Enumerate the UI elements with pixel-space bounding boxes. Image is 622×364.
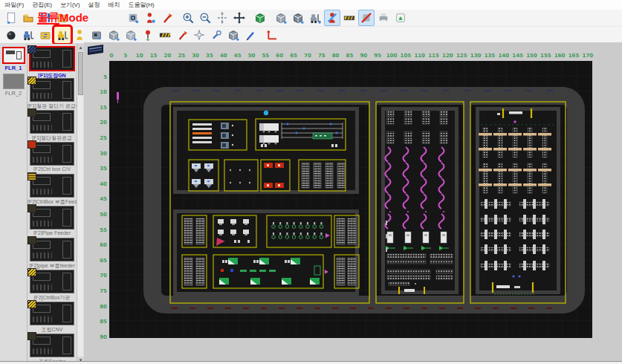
barrier-icon[interactable] <box>341 10 357 26</box>
svg-text:75: 75 <box>318 53 325 59</box>
svg-text:65: 65 <box>100 258 107 264</box>
view-item-0[interactable]: [F1]도장GN <box>27 46 77 78</box>
menu-item-4[interactable]: 배치 <box>108 1 120 9</box>
view-badge-icon <box>27 108 36 117</box>
open-folder-icon[interactable] <box>20 10 36 26</box>
view-item-7[interactable]: [F2]CtrlBox가공 <box>27 270 77 302</box>
svg-text:125: 125 <box>456 53 467 59</box>
menu-item-5[interactable]: 도움말(H) <box>129 1 155 9</box>
svg-text:80: 80 <box>100 304 107 310</box>
pen-icon[interactable] <box>242 27 259 43</box>
svg-text:70: 70 <box>304 53 311 59</box>
sphere-icon[interactable] <box>3 27 19 43</box>
svg-text:165: 165 <box>568 53 580 59</box>
barrier-yellow-icon[interactable] <box>157 27 173 43</box>
floor-thumbnail[interactable] <box>3 74 25 89</box>
window-bottom-edge <box>0 361 622 364</box>
view-item-9[interactable]: 조립Feeder <box>27 334 77 364</box>
save-icon[interactable] <box>37 10 54 26</box>
menu-item-1[interactable]: 편집(E) <box>32 1 52 9</box>
view-thumbnail[interactable] <box>30 302 74 325</box>
svg-text:15: 15 <box>150 53 158 59</box>
forklift-gray-icon[interactable] <box>307 10 323 26</box>
move-icon[interactable] <box>231 10 247 26</box>
cube-green-icon[interactable] <box>252 10 268 26</box>
svg-text:135: 135 <box>485 53 496 59</box>
svg-text:10: 10 <box>136 53 143 59</box>
layers-folder-icon[interactable] <box>54 10 71 26</box>
person-yellow-icon[interactable] <box>71 27 88 43</box>
wrench-icon[interactable] <box>208 27 224 43</box>
view-badge-icon <box>27 268 36 276</box>
crate2-icon[interactable] <box>123 27 139 43</box>
pin-icon[interactable] <box>140 27 156 43</box>
svg-text:95: 95 <box>374 53 381 59</box>
svg-text:35: 35 <box>100 166 107 172</box>
view-badge-icon <box>27 332 36 340</box>
new-file-icon[interactable] <box>3 10 19 26</box>
pan-icon[interactable] <box>214 10 230 26</box>
view-thumbnail[interactable] <box>30 174 74 198</box>
sidebar-scrollbar[interactable]: ▲ ▼ <box>77 44 83 364</box>
folder-sync-icon[interactable] <box>37 27 54 43</box>
view-badge-icon <box>27 172 36 181</box>
person-slash-icon[interactable] <box>324 10 340 26</box>
view-thumbnail[interactable] <box>30 142 74 166</box>
menu-item-3[interactable]: 설정 <box>88 1 100 9</box>
view-badge-icon <box>27 140 36 149</box>
no-entry-icon[interactable] <box>358 10 375 26</box>
view-item-5[interactable]: [F2]Pipe Feeder <box>27 206 77 238</box>
machine-icon[interactable] <box>88 27 105 43</box>
forklift-yellow-icon[interactable] <box>54 27 71 43</box>
view-badge-icon <box>27 45 36 53</box>
floor-list: FLR_1 FLR_2 <box>0 44 27 364</box>
view-item-8[interactable]: 조립CNV <box>27 302 77 334</box>
red-flag-icon[interactable] <box>174 27 190 43</box>
cube-dark-icon[interactable] <box>290 10 306 26</box>
floorplan-canvas[interactable]: 0510152025303540455055606570758085909510… <box>84 42 622 364</box>
svg-text:50: 50 <box>248 53 256 59</box>
view-thumbnail[interactable] <box>30 78 74 102</box>
view-thumbnail[interactable] <box>30 206 74 230</box>
menu-item-0[interactable]: 파일(F) <box>4 1 24 9</box>
svg-text:90: 90 <box>360 53 367 59</box>
zoom-out-icon[interactable] <box>197 10 213 26</box>
svg-text:140: 140 <box>498 53 509 59</box>
svg-text:50: 50 <box>100 212 107 218</box>
view-item-3[interactable]: [F2]Ctrl box C/V <box>27 142 77 174</box>
svg-text:145: 145 <box>512 53 523 59</box>
crate-icon[interactable] <box>106 27 122 43</box>
cube-gray-icon[interactable] <box>273 10 289 26</box>
svg-text:55: 55 <box>100 227 107 233</box>
view-item-2[interactable]: [F1]절단철판공급 <box>27 110 77 142</box>
printer-icon[interactable] <box>375 10 392 26</box>
view-item-4[interactable]: [F2]CtrlBox 부품Feeder <box>27 174 77 206</box>
svg-text:30: 30 <box>192 53 199 59</box>
axis-icon[interactable] <box>264 27 280 43</box>
forklift-blue-icon[interactable] <box>20 27 36 43</box>
menu-item-2[interactable]: 보기(V) <box>60 1 80 9</box>
zoom-in-icon[interactable] <box>180 10 196 26</box>
floor-item-FLR_2[interactable]: FLR_2 <box>0 74 27 97</box>
view-thumbnail[interactable] <box>29 46 75 71</box>
toolbar-main <box>0 10 622 27</box>
person-pin-icon[interactable] <box>142 10 158 26</box>
view-thumbnail[interactable] <box>30 334 74 357</box>
crate3-icon[interactable] <box>225 27 242 43</box>
recycle-icon[interactable] <box>392 10 409 26</box>
svg-text:35: 35 <box>206 53 213 59</box>
copy-machine-icon[interactable] <box>125 10 141 26</box>
scrollbar-thumb[interactable] <box>78 52 83 95</box>
scroll-up-icon[interactable]: ▲ <box>77 44 84 51</box>
red-marker-icon[interactable] <box>159 10 175 26</box>
svg-text:10: 10 <box>100 89 107 95</box>
v-ruler: 51015202530354045505560657075808590 <box>100 74 107 340</box>
view-item-6[interactable]: [F2]pipe 부품feeder <box>27 238 77 270</box>
view-thumbnail[interactable] <box>30 270 74 293</box>
view-thumbnail[interactable] <box>30 110 74 134</box>
floor-item-FLR_1[interactable]: FLR_1 <box>0 47 27 71</box>
plane-icon[interactable] <box>191 27 207 43</box>
floor-thumbnail[interactable] <box>2 47 25 64</box>
view-item-1[interactable]: [F1]철판 절단기 공급GN <box>27 78 77 110</box>
view-thumbnail[interactable] <box>30 238 74 261</box>
